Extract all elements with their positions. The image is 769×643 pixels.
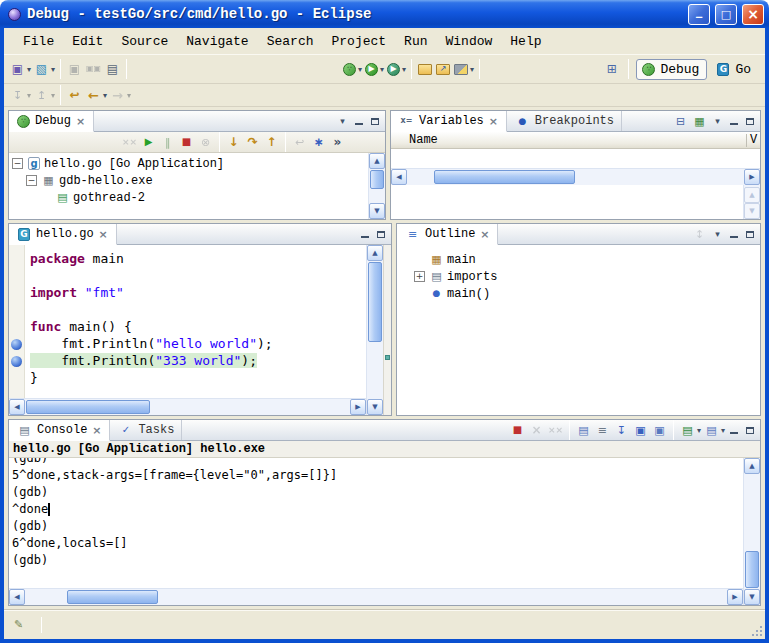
scroll-up-icon[interactable]: ▲: [744, 458, 760, 474]
scrollbar-track[interactable]: [25, 589, 727, 605]
scroll-down-icon[interactable]: ▼: [744, 589, 760, 605]
prev-annotation-button[interactable]: ↥▾: [32, 86, 56, 104]
code-editor[interactable]: package mainimport "fmt"func main() { fm…: [25, 245, 366, 398]
scrollbar-thumb[interactable]: [434, 170, 576, 184]
code-line[interactable]: package main: [25, 251, 366, 268]
view-menu-icon[interactable]: ▾: [334, 113, 351, 129]
code-line[interactable]: fmt.Println("hello world");: [25, 336, 366, 353]
new-wizard-dropdown-icon[interactable]: ▾: [27, 65, 31, 74]
tree-item-hello-go-go-application[interactable]: −ghello.go [Go Application]: [9, 155, 368, 172]
breakpoint-icon[interactable]: [11, 339, 22, 350]
breakpoint-icon[interactable]: [11, 356, 22, 367]
prev-annotation-dropdown-icon[interactable]: ▾: [51, 91, 55, 100]
window-maximize-button[interactable]: □: [715, 4, 737, 25]
view-menu-icon[interactable]: ▾: [709, 113, 726, 129]
close-tab-icon[interactable]: ×: [75, 113, 86, 129]
tab-hello-go[interactable]: G hello.go ×: [9, 224, 117, 245]
display-console-button[interactable]: ▤▾: [702, 421, 726, 439]
debug-perspective-button[interactable]: ∵ Debug: [636, 59, 707, 80]
editor-ruler[interactable]: [9, 245, 25, 398]
variables-detail-pane[interactable]: ▲ ▼: [391, 185, 760, 219]
maximize-view-icon[interactable]: [742, 114, 758, 129]
step-return-button[interactable]: ↑: [262, 133, 281, 151]
horizontal-scrollbar[interactable]: ◀ ▶: [9, 398, 366, 415]
minus-handle-icon[interactable]: −: [12, 158, 23, 169]
step-into-button[interactable]: ↓: [224, 133, 243, 151]
external-tools-dropdown-icon[interactable]: ▾: [402, 65, 406, 74]
code-line[interactable]: [25, 268, 366, 285]
menu-run[interactable]: Run: [395, 32, 436, 51]
overflow-button[interactable]: »: [328, 133, 347, 151]
tree-item-main[interactable]: ▦main: [411, 251, 760, 268]
suspend-button[interactable]: ‖: [158, 133, 177, 151]
close-tab-icon[interactable]: ×: [91, 422, 102, 438]
overview-ruler[interactable]: [383, 245, 391, 415]
vertical-scrollbar[interactable]: ▲ ▼: [743, 458, 760, 605]
menu-navigate[interactable]: Navigate: [177, 32, 257, 51]
scroll-lock-button[interactable]: ≡: [593, 421, 612, 439]
menu-source[interactable]: Source: [112, 32, 177, 51]
terminate-console-button[interactable]: ■: [508, 421, 527, 439]
window-close-button[interactable]: ×: [742, 4, 764, 25]
scroll-down-icon[interactable]: ▼: [367, 399, 383, 415]
tab-variables[interactable]: x= Variables ×: [391, 111, 507, 132]
maximize-view-icon[interactable]: [373, 227, 389, 242]
debug-button[interactable]: ∵▾: [341, 61, 363, 78]
value-column-header[interactable]: V: [747, 133, 760, 147]
sort-button[interactable]: ↕: [690, 225, 709, 243]
titlebar[interactable]: Debug - testGo/src/cmd/hello.go - Eclips…: [0, 0, 769, 28]
resize-grip[interactable]: [751, 625, 764, 638]
remove-launch-button[interactable]: ×: [527, 421, 546, 439]
remove-all-button[interactable]: ××: [546, 421, 565, 439]
code-line[interactable]: import "fmt": [25, 285, 366, 302]
step-filters-button[interactable]: ∗: [309, 133, 328, 151]
close-tab-icon[interactable]: ×: [488, 113, 499, 129]
save-all-button[interactable]: ▣▣: [84, 60, 103, 78]
pin-console-button[interactable]: ↧: [612, 421, 631, 439]
resume-button[interactable]: ▶: [139, 133, 158, 151]
view-menu-icon[interactable]: ▾: [709, 226, 726, 242]
scrollbar-track[interactable]: [369, 169, 385, 203]
go-perspective-button[interactable]: G Go: [710, 59, 759, 80]
scrollbar-track[interactable]: [25, 399, 350, 415]
run-button[interactable]: ▶▾: [363, 61, 385, 78]
drop-frame-button[interactable]: ↩: [290, 133, 309, 151]
plus-handle-icon[interactable]: +: [414, 271, 425, 282]
window-minimize-button[interactable]: ▁: [688, 4, 710, 25]
scroll-left-icon[interactable]: ◀: [9, 589, 25, 605]
open-resource-button[interactable]: ↗: [434, 61, 452, 78]
menu-file[interactable]: File: [14, 32, 63, 51]
scroll-right-icon[interactable]: ▶: [744, 169, 760, 185]
code-line[interactable]: [25, 302, 366, 319]
layout-button[interactable]: ▦: [690, 112, 709, 130]
open-console-button[interactable]: ▤▾: [678, 421, 702, 439]
scroll-down-icon[interactable]: ▼: [369, 203, 385, 219]
maximize-view-icon[interactable]: [742, 423, 758, 438]
horizontal-scrollbar[interactable]: ◀ ▶: [391, 168, 760, 185]
open-folder-button[interactable]: [416, 61, 434, 78]
next-annotation-button[interactable]: ↧▾: [8, 86, 32, 104]
tab-breakpoints[interactable]: ● Breakpoints: [507, 111, 622, 131]
scroll-right-icon[interactable]: ▶: [350, 399, 366, 415]
menu-window[interactable]: Window: [437, 32, 502, 51]
disconnect-button[interactable]: ⊗: [196, 133, 215, 151]
new-go-dropdown-icon[interactable]: ▾: [51, 65, 55, 74]
close-tab-icon[interactable]: ×: [98, 226, 109, 242]
open-perspective-button[interactable]: ⊞: [602, 60, 621, 78]
tab-console[interactable]: ▤ Console ×: [9, 420, 110, 441]
new-wizard-button[interactable]: ▣▾: [8, 60, 32, 78]
show-stdout-button[interactable]: ▣: [631, 421, 650, 439]
forward-dropdown-icon[interactable]: ▾: [127, 91, 131, 100]
tab-debug[interactable]: ∵ Debug ×: [9, 111, 94, 132]
remove-terminated-button[interactable]: ××: [120, 133, 139, 151]
collapse-all-button[interactable]: ⊟: [671, 112, 690, 130]
display-console-dropdown-icon[interactable]: ▾: [721, 426, 725, 435]
terminate-button[interactable]: ■: [177, 133, 196, 151]
console-output[interactable]: (gdb)5^done,stack-args=[frame={level="0"…: [9, 458, 743, 588]
variables-column-header[interactable]: Name V: [391, 132, 760, 149]
scroll-right-icon[interactable]: ▶: [727, 589, 743, 605]
forward-button[interactable]: →▾: [108, 86, 132, 104]
scrollbar-track[interactable]: [744, 474, 760, 589]
show-stderr-button[interactable]: ▣: [650, 421, 669, 439]
debug-dropdown-icon[interactable]: ▾: [358, 65, 362, 74]
